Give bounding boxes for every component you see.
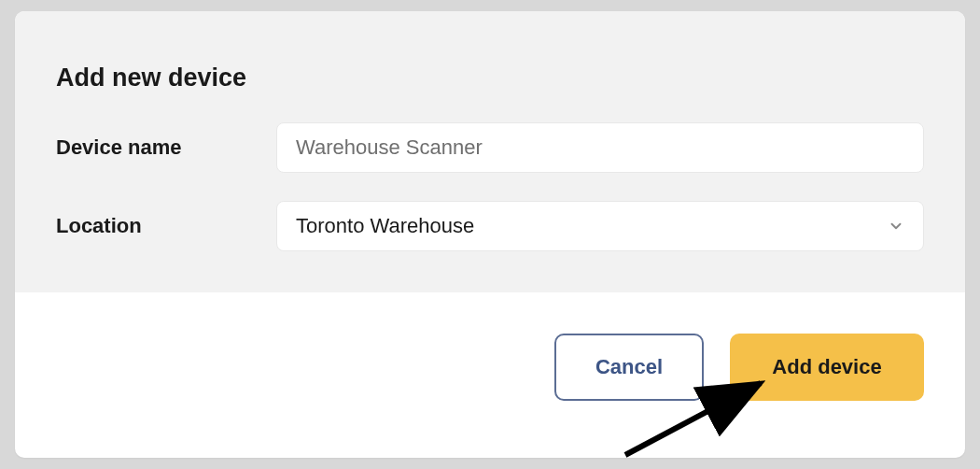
location-row: Location Toronto Warehouse — [56, 201, 924, 251]
add-device-modal: Add new device Device name Location Toro… — [15, 11, 965, 458]
modal-title: Add new device — [56, 64, 924, 92]
add-device-button[interactable]: Add device — [730, 334, 924, 401]
device-name-label: Device name — [56, 135, 276, 160]
location-select[interactable]: Toronto Warehouse — [276, 201, 924, 251]
location-label: Location — [56, 214, 276, 238]
location-select-wrap: Toronto Warehouse — [276, 201, 924, 251]
cancel-button[interactable]: Cancel — [554, 334, 704, 401]
device-name-row: Device name — [56, 122, 924, 173]
modal-body: Add new device Device name Location Toro… — [15, 11, 965, 292]
device-name-input[interactable] — [276, 122, 924, 173]
modal-footer: Cancel Add device — [15, 292, 965, 442]
